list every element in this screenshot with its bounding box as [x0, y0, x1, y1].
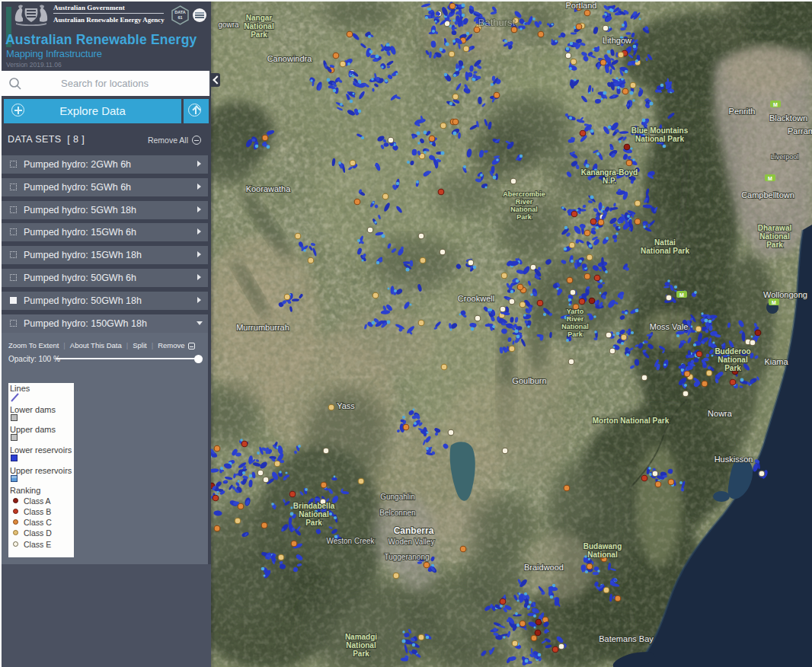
svg-text:DATA: DATA: [174, 10, 185, 14]
svg-text:Park: Park: [567, 330, 583, 338]
svg-text:Park: Park: [353, 649, 369, 658]
svg-text:Budawang: Budawang: [583, 542, 622, 551]
svg-text:National: National: [244, 22, 274, 30]
svg-text:Wollongong: Wollongong: [763, 290, 807, 299]
svg-text:National: National: [299, 510, 329, 519]
svg-text:National: National: [759, 232, 790, 241]
svg-text:Penrith: Penrith: [729, 107, 756, 116]
svg-text:National: National: [718, 356, 748, 364]
svg-text:Kiama: Kiama: [764, 357, 788, 366]
svg-text:Batemans Bay: Batemans Bay: [599, 634, 654, 643]
svg-text:M: M: [768, 176, 772, 181]
svg-text:Belconnen: Belconnen: [379, 509, 415, 517]
svg-text:Lithgow: Lithgow: [603, 36, 631, 45]
svg-text:M: M: [679, 292, 684, 298]
svg-text:Woden Valley: Woden Valley: [388, 538, 435, 546]
svg-text:Liverpool: Liverpool: [771, 153, 799, 161]
svg-text:Dharawal: Dharawal: [758, 224, 792, 232]
svg-text:Canowindra: Canowindra: [267, 54, 313, 63]
svg-text:Park: Park: [251, 30, 267, 39]
svg-text:Koorawatha: Koorawatha: [246, 184, 292, 193]
svg-text:Gungahlin: Gungahlin: [380, 493, 415, 501]
svg-text:Blue Mountains: Blue Mountains: [631, 126, 689, 135]
svg-text:National: National: [587, 551, 618, 559]
svg-text:National Park: National Park: [635, 135, 684, 143]
svg-text:Parram: Parram: [788, 126, 812, 136]
svg-text:Park: Park: [724, 364, 741, 372]
svg-text:Park: Park: [766, 241, 783, 249]
svg-text:Weston Creek: Weston Creek: [326, 537, 375, 545]
svg-text:gowra: gowra: [218, 21, 239, 29]
svg-text:National: National: [346, 641, 376, 649]
svg-text:Huskisson: Huskisson: [714, 455, 753, 464]
svg-text:Crookwell: Crookwell: [458, 294, 494, 303]
svg-text:Bathurst: Bathurst: [478, 17, 516, 28]
svg-text:Nattai: Nattai: [654, 238, 676, 247]
svg-text:Morton National Park: Morton National Park: [593, 416, 670, 425]
svg-text:Blacktown: Blacktown: [769, 113, 807, 123]
svg-text:Braidwood: Braidwood: [524, 563, 564, 572]
svg-text:Park: Park: [305, 519, 322, 527]
svg-text:Budderoo: Budderoo: [714, 347, 750, 356]
svg-text:River: River: [567, 315, 584, 323]
svg-text:Canberra: Canberra: [394, 525, 434, 536]
svg-text:National Park: National Park: [641, 247, 689, 255]
svg-text:Campbelltown: Campbelltown: [741, 190, 794, 199]
svg-text:National: National: [510, 206, 538, 213]
svg-text:Nangar: Nangar: [246, 14, 273, 22]
svg-text:61: 61: [177, 15, 182, 20]
svg-text:Goulburn: Goulburn: [512, 376, 546, 385]
svg-text:National: National: [561, 323, 589, 330]
svg-text:M: M: [772, 300, 776, 305]
svg-text:Yass: Yass: [337, 401, 355, 410]
svg-text:Moss Vale: Moss Vale: [650, 322, 689, 331]
svg-text:Brindabella: Brindabella: [293, 502, 335, 510]
svg-text:Yarto: Yarto: [567, 308, 584, 315]
svg-text:Park: Park: [516, 213, 532, 221]
svg-text:Abercrombie: Abercrombie: [503, 190, 545, 198]
svg-text:Namadgi: Namadgi: [345, 633, 377, 641]
svg-text:Murrumburrah: Murrumburrah: [236, 323, 289, 332]
svg-text:Portland: Portland: [566, 1, 597, 10]
svg-text:Tuggeranong: Tuggeranong: [384, 553, 429, 561]
svg-text:M: M: [773, 102, 778, 107]
svg-text:Nowra: Nowra: [708, 409, 733, 418]
svg-text:Kanangra-Boyd: Kanangra-Boyd: [581, 168, 638, 177]
svg-text:N.P.: N.P.: [603, 177, 616, 185]
svg-text:River: River: [516, 198, 533, 206]
